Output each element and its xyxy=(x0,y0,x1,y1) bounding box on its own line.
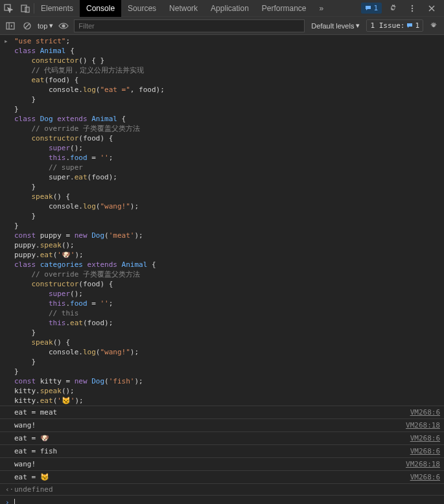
tab-performance[interactable]: Performance xyxy=(255,0,313,17)
messages-badge[interactable]: 1 xyxy=(361,3,382,14)
console-input-code: ▸ "use strict"; class Animal { construct… xyxy=(0,35,444,406)
more-icon[interactable] xyxy=(404,0,421,17)
svg-point-4 xyxy=(412,7,413,8)
svg-rect-1 xyxy=(21,5,27,12)
log-message: eat = 😼 xyxy=(14,472,49,482)
log-source-link[interactable]: VM268:6 xyxy=(410,433,440,443)
console-log-row: wang!VM268:18 xyxy=(0,458,444,471)
tab-overflow[interactable]: » xyxy=(313,0,331,17)
inspect-icon[interactable] xyxy=(0,0,17,17)
chevron-down-icon: ▾ xyxy=(49,21,53,30)
levels-selector[interactable]: Default levels▾ xyxy=(309,21,362,30)
log-source-link[interactable]: VM268:6 xyxy=(410,407,440,417)
log-source-link[interactable]: VM268:6 xyxy=(410,446,440,456)
tab-elements[interactable]: Elements xyxy=(34,0,80,17)
log-source-link[interactable]: VM268:18 xyxy=(406,459,440,469)
console-log-row: eat = 😼VM268:6 xyxy=(0,471,444,484)
return-arrow-icon: ‹· xyxy=(5,485,14,494)
log-message: eat = 🐶 xyxy=(14,433,49,443)
prompt-arrow-icon: › xyxy=(5,498,10,504)
log-message: eat = fish xyxy=(14,446,57,456)
log-message: eat = meat xyxy=(14,407,57,417)
close-icon[interactable] xyxy=(423,0,440,17)
tab-console[interactable]: Console xyxy=(80,0,121,17)
eye-icon[interactable] xyxy=(57,21,70,30)
context-label: top xyxy=(38,22,47,30)
console-log-row: eat = meatVM268:6 xyxy=(0,406,444,419)
console-log-row: eat = 🐶VM268:6 xyxy=(0,432,444,445)
context-selector[interactable]: top▾ xyxy=(38,21,53,30)
svg-line-9 xyxy=(25,24,29,28)
tab-sources[interactable]: Sources xyxy=(121,0,163,17)
issues-badge[interactable]: 1 Issue:1 xyxy=(366,19,423,32)
return-value: undefined xyxy=(14,485,53,494)
gear-icon[interactable] xyxy=(384,0,401,17)
console-body: ▸ "use strict"; class Animal { construct… xyxy=(0,35,444,504)
log-message: wang! xyxy=(14,459,36,469)
issue-label: 1 Issue: xyxy=(370,21,404,30)
badge-count: 1 xyxy=(373,4,378,12)
device-toggle-icon[interactable] xyxy=(17,0,34,17)
svg-point-5 xyxy=(412,10,413,11)
chevron-down-icon: ▾ xyxy=(356,21,360,30)
settings-gear-icon[interactable] xyxy=(427,21,440,30)
issue-count: 1 xyxy=(415,21,419,30)
tab-network[interactable]: Network xyxy=(163,0,204,17)
log-source-link[interactable]: VM268:6 xyxy=(410,472,440,482)
caret xyxy=(14,499,15,504)
console-toolbar: top▾ Default levels▾ 1 Issue:1 xyxy=(0,17,444,35)
log-source-link[interactable]: VM268:18 xyxy=(406,420,440,430)
svg-point-10 xyxy=(62,25,65,27)
filter-input[interactable] xyxy=(74,19,305,32)
console-return-row: ‹·undefined xyxy=(0,484,444,496)
expand-arrow-icon[interactable]: ▸ xyxy=(4,36,8,46)
console-prompt[interactable]: › xyxy=(0,496,444,504)
devtools-tabbar: Elements Console Sources Network Applica… xyxy=(0,0,444,17)
levels-label: Default levels xyxy=(311,22,354,30)
svg-point-3 xyxy=(412,5,413,6)
console-log-row: eat = fishVM268:6 xyxy=(0,445,444,458)
svg-rect-6 xyxy=(6,23,14,29)
console-log-row: wang!VM268:18 xyxy=(0,419,444,432)
log-message: wang! xyxy=(14,420,36,430)
tab-application[interactable]: Application xyxy=(204,0,255,17)
sidebar-toggle-icon[interactable] xyxy=(4,21,17,30)
clear-console-icon[interactable] xyxy=(21,21,34,30)
